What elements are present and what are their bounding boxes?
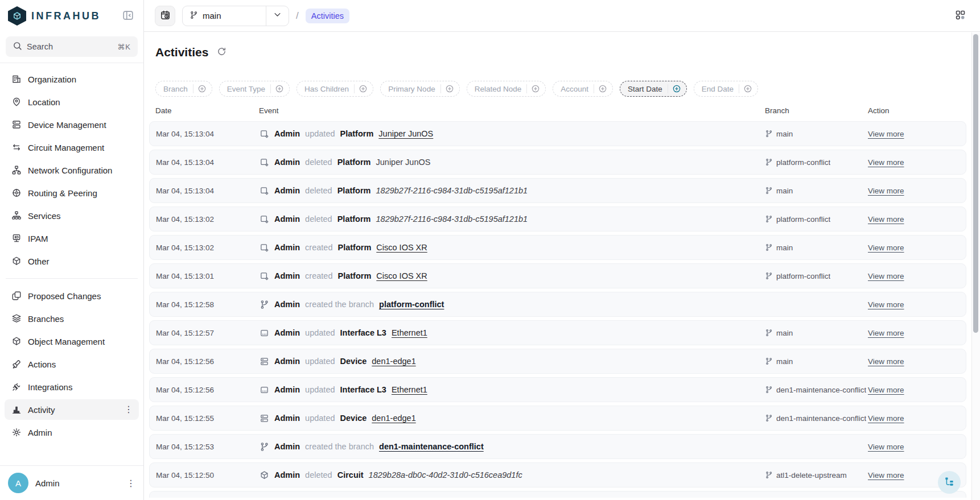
sidebar-item-activity[interactable]: Activity⋮ xyxy=(5,399,139,420)
event-object-name[interactable]: den1-edge1 xyxy=(372,414,415,423)
user-kebab-menu-icon[interactable]: ⋮ xyxy=(126,478,135,489)
sidebar-item-branches[interactable]: Branches xyxy=(5,308,139,329)
row-action: View more xyxy=(868,328,959,338)
event-action: updated xyxy=(305,328,335,337)
refresh-button[interactable] xyxy=(215,46,228,59)
sidebar-item-network-configuration[interactable]: Network Configuration xyxy=(5,160,139,180)
view-more-link[interactable]: View more xyxy=(868,130,904,138)
event-object-name[interactable]: Cisco IOS XR xyxy=(376,243,427,252)
row-branch: platform-conflict xyxy=(765,158,868,167)
chevron-down-icon xyxy=(273,10,282,21)
sidebar-item-actions[interactable]: Actions xyxy=(5,354,139,374)
plus-circle-icon[interactable] xyxy=(441,84,459,93)
view-more-link[interactable]: View more xyxy=(868,272,904,280)
table-row: Mar 04, 15:12:50AdmindeletedCircuit1829b… xyxy=(149,462,966,487)
table-row: Mar 04, 15:12:55AdminupdatedDeviceden1-e… xyxy=(149,406,966,431)
sidebar-item-routing-peering[interactable]: Routing & Peering xyxy=(5,183,139,203)
view-more-link[interactable]: View more xyxy=(868,215,904,224)
filter-chip-label: End Date xyxy=(694,85,739,93)
plus-circle-icon[interactable] xyxy=(527,84,545,93)
scrollbar[interactable] xyxy=(971,32,980,500)
plus-circle-icon[interactable] xyxy=(271,84,289,93)
view-more-link[interactable]: View more xyxy=(868,357,904,366)
globe-icon xyxy=(11,188,22,198)
event-object-name[interactable]: Juniper JunOS xyxy=(378,129,433,138)
sidebar-item-label: Circuit Management xyxy=(28,143,104,152)
branch-name: main xyxy=(203,11,221,20)
sidebar-item-label: Device Management xyxy=(28,120,106,130)
filter-chip-account[interactable]: Account xyxy=(553,81,613,97)
row-action: View more xyxy=(868,242,959,253)
sidebar-item-location[interactable]: Location xyxy=(5,92,139,112)
view-more-link[interactable]: View more xyxy=(868,414,904,423)
platform-icon xyxy=(260,129,269,139)
branch-name: main xyxy=(776,187,793,195)
branch-name: atl1-delete-upstream xyxy=(776,471,847,480)
event-object-name[interactable]: Ethernet1 xyxy=(392,328,427,337)
view-more-link[interactable]: View more xyxy=(868,386,904,394)
sidebar-item-integrations[interactable]: Integrations xyxy=(5,377,139,397)
view-more-link[interactable]: View more xyxy=(868,471,904,480)
plus-circle-icon[interactable] xyxy=(668,84,686,93)
filter-chip-event-type[interactable]: Event Type xyxy=(219,81,290,97)
sidebar-item-device-management[interactable]: Device Management xyxy=(5,114,139,135)
event-object-name[interactable]: Ethernet1 xyxy=(392,385,427,394)
sidebar-item-admin[interactable]: Admin xyxy=(5,422,139,443)
sidebar-item-proposed-changes[interactable]: Proposed Changes xyxy=(5,286,139,306)
topbar-right xyxy=(949,5,971,27)
branch-selector[interactable]: main xyxy=(182,6,289,26)
row-event: AdmindeletedPlatformJuniper JunOS xyxy=(260,158,765,167)
sidebar-item-object-management[interactable]: Object Management xyxy=(5,331,139,352)
event-object-name[interactable]: platform-conflict xyxy=(379,300,444,309)
item-kebab-menu-icon[interactable]: ⋮ xyxy=(124,405,133,414)
brand-logo[interactable]: INFRAHUB xyxy=(8,6,120,26)
git-branch-icon xyxy=(765,414,773,422)
view-more-link[interactable]: View more xyxy=(868,187,904,195)
filter-chip-label: Start Date xyxy=(620,85,668,93)
event-user: Admin xyxy=(274,214,300,224)
view-more-link[interactable]: View more xyxy=(868,443,904,451)
breadcrumb-activities[interactable]: Activities xyxy=(306,9,349,23)
event-object-name[interactable]: den1-edge1 xyxy=(372,357,415,366)
filter-chip-start-date[interactable]: Start Date xyxy=(620,81,687,97)
tree-view-fab-button[interactable] xyxy=(938,471,961,494)
sidebar-item-organization[interactable]: Organization xyxy=(5,69,139,89)
row-date: Mar 04, 15:12:56 xyxy=(156,357,260,366)
plus-circle-icon[interactable] xyxy=(193,84,212,93)
branch-selector-caret[interactable] xyxy=(266,6,289,26)
platform-icon xyxy=(260,158,269,167)
event-object-type: Platform xyxy=(337,158,371,167)
filter-chip-end-date[interactable]: End Date xyxy=(694,81,758,97)
row-action: View more xyxy=(868,157,959,167)
filter-chip-has-children[interactable]: Has Children xyxy=(297,81,373,97)
sidebar-collapse-button[interactable] xyxy=(120,7,137,24)
sidebar-item-other[interactable]: Other xyxy=(5,251,139,271)
filter-chip-branch[interactable]: Branch xyxy=(155,81,212,97)
view-more-link[interactable]: View more xyxy=(868,329,904,337)
event-object-type: Platform xyxy=(337,186,371,195)
user-menu[interactable]: A Admin ⋮ xyxy=(0,465,143,500)
view-more-link[interactable]: View more xyxy=(868,158,904,167)
divider xyxy=(6,278,138,279)
sidebar-item-ipam[interactable]: IPAM xyxy=(5,228,139,249)
event-object-name[interactable]: den1-maintenance-conflict xyxy=(379,442,484,451)
search-input[interactable]: Search ⌘K xyxy=(6,36,138,57)
sidebar-item-circuit-management[interactable]: Circuit Management xyxy=(5,137,139,158)
plus-circle-icon[interactable] xyxy=(739,84,757,93)
schema-button[interactable] xyxy=(949,5,971,27)
date-picker-button[interactable] xyxy=(155,6,175,26)
filter-chip-related-node[interactable]: Related Node xyxy=(467,81,546,97)
filter-chip-primary-node[interactable]: Primary Node xyxy=(380,81,460,97)
event-object-type: Circuit xyxy=(337,470,364,480)
row-event: Admincreated the branchden1-maintenance-… xyxy=(260,442,765,452)
plus-circle-icon[interactable] xyxy=(594,84,612,93)
view-more-link[interactable]: View more xyxy=(868,243,904,252)
event-user: Admin xyxy=(274,328,300,337)
scrollbar-thumb[interactable] xyxy=(973,34,978,333)
row-date: Mar 04, 15:12:57 xyxy=(156,329,260,337)
plus-circle-icon[interactable] xyxy=(355,84,373,93)
row-date: Mar 04, 15:12:55 xyxy=(156,414,260,423)
sidebar-item-services[interactable]: Services xyxy=(5,205,139,226)
view-more-link[interactable]: View more xyxy=(868,300,904,309)
event-object-name[interactable]: Cisco IOS XR xyxy=(376,271,427,280)
